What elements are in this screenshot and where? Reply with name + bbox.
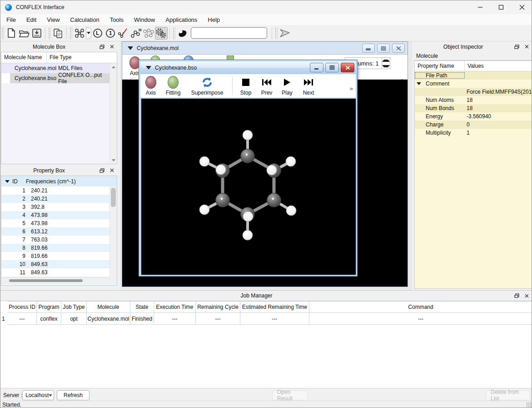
- toolbar-overflow-icon[interactable]: »: [350, 85, 353, 92]
- menu-help[interactable]: Help: [203, 15, 224, 25]
- menu-edit[interactable]: Edit: [22, 15, 41, 25]
- inspector-row-num-bonds[interactable]: Num Bonds18: [415, 104, 532, 112]
- ink-marker-icon[interactable]: [176, 27, 189, 40]
- float-panel-icon[interactable]: [98, 167, 106, 174]
- collapse-icon[interactable]: [417, 82, 421, 85]
- scroll-up-icon[interactable]: [110, 63, 117, 71]
- column-values[interactable]: Values: [465, 61, 487, 71]
- column-command[interactable]: Command: [309, 301, 532, 313]
- column-property-name[interactable]: Property Name: [415, 61, 465, 71]
- bso-stop-button[interactable]: Stop: [237, 76, 255, 96]
- spin-up-icon[interactable]: [382, 58, 390, 63]
- inspector-row-num-atoms[interactable]: Num Atoms18: [415, 96, 532, 104]
- menu-view[interactable]: View: [42, 15, 64, 25]
- minimize-button[interactable]: [470, 0, 491, 14]
- bso-window-titlebar[interactable]: Cyclohexane.bso: [140, 61, 356, 74]
- column-job-type[interactable]: Job Type: [61, 301, 87, 313]
- mol-minimize-icon[interactable]: [362, 44, 375, 53]
- job-estimated-remaining-time[interactable]: ---: [240, 313, 309, 325]
- frequency-row[interactable]: 1240.21: [1, 186, 117, 195]
- mol-restore-icon[interactable]: [377, 44, 390, 53]
- close-button[interactable]: [512, 0, 532, 14]
- close-panel-icon[interactable]: [522, 292, 531, 299]
- frequency-row[interactable]: 10849.63: [1, 260, 117, 268]
- clean-structure-icon[interactable]: [117, 27, 129, 40]
- toolbar-drag-handle[interactable]: [48, 27, 51, 39]
- mol-window-titlebar[interactable]: Cyclohexane.mol: [122, 42, 408, 55]
- toolbar-drag-handle[interactable]: [173, 27, 175, 39]
- job-program[interactable]: conflex: [37, 313, 61, 325]
- column-file-type[interactable]: File Type: [47, 52, 74, 63]
- menu-window[interactable]: Window: [129, 15, 159, 25]
- bso-minimize-icon[interactable]: [310, 63, 323, 72]
- refresh-button[interactable]: Refresh: [57, 390, 89, 400]
- run-job-icon[interactable]: [278, 27, 291, 40]
- save-file-icon[interactable]: [30, 27, 43, 40]
- server-select[interactable]: Localhost: [22, 390, 54, 400]
- search-input[interactable]: [191, 27, 267, 39]
- toolbar-drag-handle[interactable]: [275, 27, 278, 39]
- scrollbar-thumb[interactable]: [111, 188, 116, 207]
- bso-fitting-button[interactable]: Fitting: [162, 76, 184, 96]
- menu-applications[interactable]: Applications: [161, 15, 202, 25]
- copy-paste-icon[interactable]: [52, 27, 65, 40]
- inspector-row-force-field[interactable]: Force Field:MMFF94S(2010-...: [415, 88, 532, 96]
- menu-tools[interactable]: Tools: [105, 15, 128, 25]
- scrollbar-thumb[interactable]: [9, 279, 83, 282]
- float-panel-icon[interactable]: [98, 43, 106, 50]
- job-molecule[interactable]: Cyclohexane.mol: [87, 313, 130, 325]
- property-box-scrollbar[interactable]: [109, 186, 117, 280]
- column-state[interactable]: State: [130, 301, 154, 313]
- bso-play-button[interactable]: Play: [278, 76, 296, 96]
- window-menu-icon[interactable]: [128, 46, 133, 50]
- column-remaining-cycle[interactable]: Remaining Cycle: [196, 301, 240, 313]
- collapse-icon[interactable]: [5, 180, 10, 183]
- float-panel-icon[interactable]: [512, 43, 521, 50]
- inspector-row-energy[interactable]: Energy-3.560940: [415, 112, 532, 121]
- add-hydrogen-icon[interactable]: H: [129, 27, 142, 40]
- property-box-hscrollbar[interactable]: [2, 277, 109, 283]
- atom-label-icon[interactable]: L: [91, 27, 104, 40]
- toolbar-drag-handle[interactable]: [70, 27, 72, 39]
- fragment-network-icon[interactable]: [142, 27, 155, 40]
- job-process-id[interactable]: ---: [8, 313, 37, 325]
- job-command[interactable]: ---: [309, 313, 532, 325]
- column-process-id[interactable]: Process ID: [8, 301, 37, 313]
- column-molecule-name[interactable]: Molecule Name: [1, 52, 47, 63]
- inspector-row-charge[interactable]: Charge0: [415, 121, 532, 129]
- frequency-row[interactable]: 8819.66: [1, 244, 117, 252]
- resize-grip[interactable]: [526, 402, 532, 408]
- frequency-table-header[interactable]: ID Frequencies (cm^-1): [1, 176, 117, 186]
- spin-down-icon[interactable]: [382, 63, 390, 69]
- job-state[interactable]: Finished: [130, 313, 154, 325]
- frequency-row[interactable]: 5473.98: [1, 219, 117, 227]
- molecule-row-bso[interactable]: Cyclohexane.bso CONFLEX O...put File: [1, 73, 109, 83]
- window-menu-icon[interactable]: [146, 66, 151, 70]
- new-file-icon[interactable]: [5, 27, 18, 40]
- frequency-row[interactable]: 6613.12: [1, 227, 117, 236]
- frequency-row[interactable]: 9819.66: [1, 252, 117, 260]
- column-molecule[interactable]: Molecule: [87, 301, 130, 313]
- close-panel-icon[interactable]: [108, 43, 116, 50]
- inspector-row-file-path[interactable]: File Path: [415, 71, 532, 80]
- column-estimated-remaining-time[interactable]: Estimated Remaining Time: [240, 301, 309, 313]
- settings-gears-icon[interactable]: [155, 27, 168, 40]
- open-file-icon[interactable]: [18, 27, 30, 40]
- build-molecule-icon[interactable]: [73, 27, 86, 40]
- column-program[interactable]: Program: [37, 301, 61, 313]
- mol-close-icon[interactable]: [392, 44, 405, 53]
- bso-viewport[interactable]: [141, 98, 356, 275]
- close-panel-icon[interactable]: [108, 167, 116, 174]
- molecule-box-scrollbar[interactable]: [109, 63, 117, 164]
- frequency-row[interactable]: 4473.98: [1, 211, 117, 219]
- bso-close-icon[interactable]: [341, 63, 354, 72]
- column-execution-time[interactable]: Execution Time: [154, 301, 196, 313]
- bso-restore-icon[interactable]: [325, 63, 339, 72]
- build-molecule-dropdown[interactable]: [86, 27, 91, 39]
- inspector-row-comment[interactable]: Comment: [415, 80, 532, 88]
- job-execution-time[interactable]: ---: [154, 313, 196, 325]
- bso-next-button[interactable]: Next: [299, 76, 318, 96]
- delete-from-list-button[interactable]: Delete from List: [486, 390, 530, 400]
- bso-superimpose-button[interactable]: Superimpose: [187, 76, 228, 96]
- inspector-row-multiplicity[interactable]: Multiplicity1: [415, 129, 532, 137]
